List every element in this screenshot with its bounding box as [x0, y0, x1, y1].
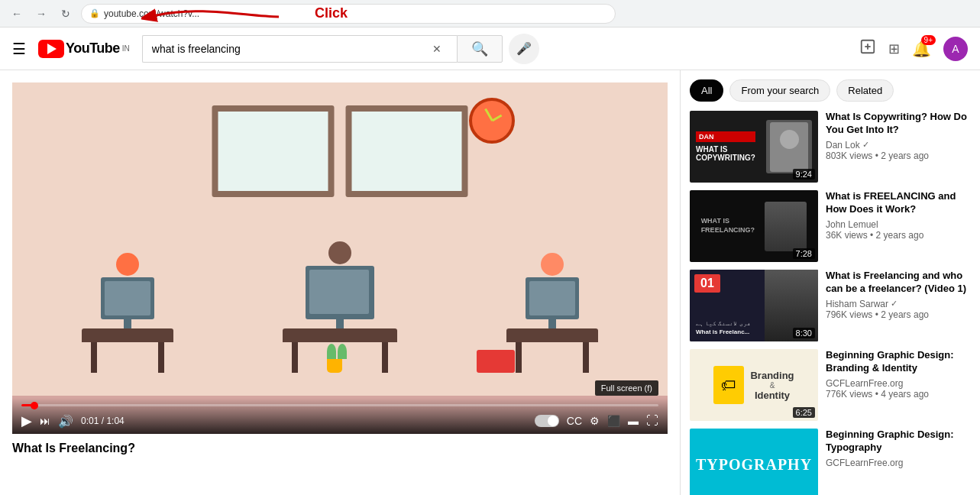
- and-text: &: [750, 381, 794, 390]
- rec-meta-4: 776K views • 4 years ago: [826, 389, 969, 400]
- total-time: 1:04: [106, 416, 124, 426]
- thumb5-scene: TYPOGRAPHY: [690, 429, 818, 495]
- desk-surface-right: [506, 328, 598, 342]
- rec-card-copywriting[interactable]: DAN WHAT ISCOPYWRITING? 9:24 What Is Cop…: [690, 111, 969, 183]
- desk-surface-left: [82, 328, 173, 342]
- search-input[interactable]: [152, 43, 426, 55]
- dan-label: DAN: [696, 131, 755, 142]
- desk-leg: [158, 342, 164, 373]
- youtube-header: ☰ YouTube IN ✕ 🔍 🎤 ⊞ 🔔 9+ A: [0, 28, 980, 70]
- fullscreen-button[interactable]: ⛶: [646, 414, 658, 428]
- rec-thumb-freelancing: WHAT ISFREELANCING? 7:28: [690, 190, 818, 262]
- rec-duration-4: 6:25: [793, 407, 815, 418]
- next-button[interactable]: ⏭: [40, 415, 50, 427]
- time-display: 0:01 / 1:04: [81, 416, 125, 426]
- settings-button[interactable]: ⚙: [590, 415, 600, 427]
- rec-channel-1: Dan Lok ✓: [826, 140, 969, 150]
- subtitles-button[interactable]: CC: [567, 415, 582, 427]
- branding-text: Branding: [750, 370, 794, 381]
- search-input-wrap[interactable]: ✕: [142, 35, 457, 63]
- rec-card-hisham[interactable]: 01 فری لانسنگ کیا ہے What is Freelanc...…: [690, 270, 969, 341]
- rec-duration-2: 7:28: [793, 248, 815, 259]
- upload-icon[interactable]: [859, 38, 876, 59]
- filter-row: All From your search Related: [690, 79, 969, 102]
- miniplayer-button[interactable]: ⬛: [607, 415, 620, 427]
- rec-card-typography[interactable]: TYPOGRAPHY Beginning Graphic Design: Typ…: [690, 429, 969, 495]
- rec-duration-1: 9:24: [793, 169, 815, 180]
- rec-title-3: What is Freelancing and who can be a fre…: [826, 270, 969, 296]
- desk-legs-center: [292, 342, 388, 373]
- video-title: What Is Freelancing?: [12, 442, 668, 455]
- thumb3-number: 01: [694, 274, 720, 293]
- monitor-right: [526, 277, 579, 319]
- lock-icon: 🔒: [89, 8, 100, 18]
- toggle-thumb: [548, 416, 558, 426]
- search-clear-icon[interactable]: ✕: [426, 43, 448, 55]
- mic-button[interactable]: 🎤: [509, 34, 539, 64]
- desk-leg: [292, 342, 298, 373]
- video-player[interactable]: Full screen (f) ▶ ⏭ 🔊 0:01 / 1:04: [12, 82, 668, 434]
- window-left: [212, 105, 335, 197]
- rec-thumb-copywriting: DAN WHAT ISCOPYWRITING? 9:24: [690, 111, 818, 183]
- monitor-screen-right: [529, 281, 575, 315]
- menu-icon[interactable]: ☰: [12, 40, 26, 58]
- desk-right: [506, 253, 598, 373]
- rec-channel-3: Hisham Sarwar ✓: [826, 299, 969, 309]
- person-head-left: [116, 253, 139, 276]
- filter-your-search[interactable]: From your search: [729, 79, 830, 102]
- channel-name-4: GCFLearnFree.org: [826, 378, 903, 389]
- user-avatar[interactable]: A: [943, 37, 968, 61]
- windows-row: [212, 105, 468, 197]
- back-button[interactable]: ←: [8, 5, 26, 23]
- desk-legs-left: [91, 342, 164, 373]
- filter-all[interactable]: All: [690, 79, 723, 102]
- search-button[interactable]: 🔍: [457, 35, 503, 63]
- play-button[interactable]: ▶: [21, 412, 32, 429]
- progress-dot: [31, 402, 38, 409]
- rec-thumb-hisham: 01 فری لانسنگ کیا ہے What is Freelanc...…: [690, 270, 818, 341]
- rec-title-5: Beginning Graphic Design: Typography: [826, 429, 969, 455]
- rec-info-freelancing: What is FREELANCING and How Does it Work…: [826, 190, 969, 262]
- person-head-silhouette: [780, 130, 799, 149]
- apps-icon[interactable]: ⊞: [888, 40, 900, 57]
- theater-button[interactable]: ▬: [628, 415, 639, 427]
- notification-badge: 9+: [921, 35, 936, 45]
- copywriting-title-text: WHAT ISCOPYWRITING?: [696, 145, 755, 162]
- identity-text: Identity: [750, 390, 794, 401]
- rec-card-freelancing[interactable]: WHAT ISFREELANCING? 7:28 What is FREELAN…: [690, 190, 969, 262]
- address-bar[interactable]: 🔒 youtube.com/watch?v...: [81, 4, 616, 24]
- channel-name-3: Hisham Sarwar: [826, 299, 888, 309]
- rec-info-branding: Beginning Graphic Design: Branding & Ide…: [826, 349, 969, 421]
- person-silhouette: [770, 122, 808, 172]
- monitor-center: [306, 266, 374, 319]
- rec-info-typography: Beginning Graphic Design: Typography GCF…: [826, 429, 969, 495]
- typography-text: TYPOGRAPHY: [696, 456, 812, 474]
- desk-leg: [583, 342, 589, 373]
- channel-name-1: Dan Lok: [826, 140, 860, 150]
- monitor-screen-center: [309, 270, 369, 314]
- video-controls: ▶ ⏭ 🔊 0:01 / 1:04 CC: [12, 398, 668, 434]
- rec-channel-4: GCFLearnFree.org: [826, 378, 969, 389]
- thumb1-text: DAN WHAT ISCOPYWRITING?: [696, 131, 755, 162]
- search-icon: 🔍: [471, 40, 488, 57]
- youtube-logo[interactable]: YouTube IN: [38, 40, 130, 58]
- forward-button[interactable]: →: [32, 5, 50, 23]
- filter-related[interactable]: Related: [836, 79, 894, 102]
- volume-button[interactable]: 🔊: [58, 414, 73, 429]
- progress-bar[interactable]: [21, 404, 658, 406]
- refresh-button[interactable]: ↻: [57, 5, 75, 23]
- current-time: 0:01: [81, 416, 99, 426]
- rec-meta-2: 36K views • 2 years ago: [826, 230, 969, 241]
- autoplay-toggle[interactable]: [535, 415, 559, 427]
- verified-icon-3: ✓: [891, 299, 898, 309]
- person-photo: [765, 202, 807, 251]
- monitor-stand-right: [548, 319, 556, 328]
- browser-chrome: ← → ↻ 🔒 youtube.com/watch?v... Click: [0, 0, 980, 28]
- desk-surface-center: [283, 328, 397, 342]
- window-right: [346, 105, 468, 197]
- notifications-icon[interactable]: 🔔 9+: [912, 40, 931, 58]
- rec-meta-1: 803K views • 2 years ago: [826, 150, 969, 161]
- person-photo-bg: [765, 202, 807, 251]
- youtube-country: IN: [122, 44, 130, 53]
- rec-card-branding[interactable]: 🏷 Branding & Identity 6:25 Beginning Gra…: [690, 349, 969, 421]
